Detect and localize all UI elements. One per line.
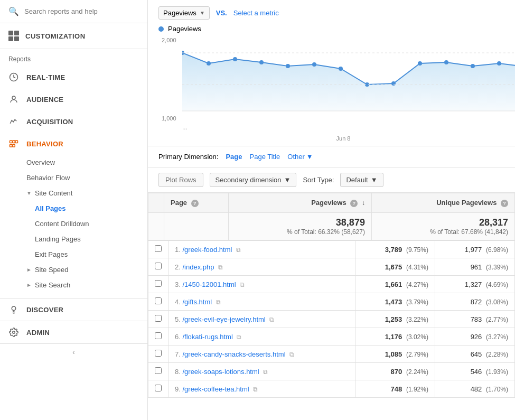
col-pageviews-header: Pageviews ? ↓ bbox=[228, 193, 371, 213]
page-help-icon[interactable]: ? bbox=[191, 200, 199, 207]
table-row: 9. /greek-coffee-tea.html ⧉ 748 (1.92%) … bbox=[148, 380, 515, 398]
copy-icon[interactable]: ⧉ bbox=[289, 351, 294, 358]
copy-icon[interactable]: ⧉ bbox=[263, 368, 268, 376]
secondary-dimension-button[interactable]: Secondary dimension ▼ bbox=[210, 173, 297, 187]
sidebar-search-bar[interactable]: 🔍 bbox=[0, 0, 147, 23]
copy-icon[interactable]: ⧉ bbox=[237, 333, 241, 341]
copy-icon[interactable]: ⧉ bbox=[218, 264, 223, 271]
svg-rect-5 bbox=[10, 145, 13, 147]
table-row: 6. /flokati-rugs.html ⧉ 1,176 (3.02%) 92… bbox=[148, 328, 515, 346]
sidebar-sub-site-speed[interactable]: ► Site Speed bbox=[0, 262, 147, 277]
dim-page-link[interactable]: Page bbox=[226, 153, 242, 161]
metric-selector[interactable]: Pageviews ▼ bbox=[158, 6, 210, 20]
other-dropdown-arrow: ▼ bbox=[306, 153, 313, 161]
table-row: 8. /greek-soaps-lotions.html ⧉ 870 (2.24… bbox=[148, 363, 515, 380]
select-metric-link[interactable]: Select a metric bbox=[233, 9, 279, 17]
row-unique-cell: 1,327 (4.69%) bbox=[435, 276, 514, 293]
row-checkbox[interactable] bbox=[155, 297, 162, 304]
svg-point-14 bbox=[259, 60, 264, 64]
reports-section-label: Reports bbox=[0, 49, 147, 66]
sidebar-sub-site-content[interactable]: ▼ Site Content bbox=[0, 185, 147, 201]
dim-page-title-link[interactable]: Page Title bbox=[250, 153, 280, 161]
sidebar-item-acquisition[interactable]: ACQUISITION bbox=[0, 110, 147, 133]
row-pageviews-cell: 1,176 (3.02%) bbox=[355, 328, 435, 346]
site-speed-label: Site Speed bbox=[35, 266, 69, 274]
sidebar-item-audience[interactable]: AUDIENCE bbox=[0, 88, 147, 110]
admin-label: ADMIN bbox=[26, 329, 50, 337]
page-link[interactable]: /greek-food.html bbox=[182, 246, 232, 254]
pageviews-help-icon[interactable]: ? bbox=[350, 200, 358, 207]
pageviews-value: 1,661 bbox=[385, 281, 402, 288]
svg-point-13 bbox=[233, 57, 237, 61]
svg-point-9 bbox=[13, 331, 15, 334]
customization-label: CUSTOMIZATION bbox=[25, 32, 86, 40]
row-checkbox[interactable] bbox=[155, 263, 162, 269]
page-link[interactable]: /gifts.html bbox=[182, 298, 212, 306]
discover-label: DISCOVER bbox=[26, 306, 63, 314]
col-unique-header: Unique Pageviews ? bbox=[371, 193, 514, 213]
sidebar-sub-landing-pages[interactable]: Landing Pages bbox=[0, 231, 147, 247]
pageviews-value: 870 bbox=[391, 368, 402, 376]
row-number: 4. bbox=[175, 298, 181, 306]
page-link[interactable]: /flokati-rugs.html bbox=[182, 333, 232, 341]
chart-dots-label: ... bbox=[158, 124, 504, 134]
row-unique-cell: 645 (2.28%) bbox=[435, 346, 514, 363]
sidebar-sub-exit-pages[interactable]: Exit Pages bbox=[0, 247, 147, 262]
row-checkbox[interactable] bbox=[155, 385, 162, 391]
sidebar-collapse-button[interactable]: ‹ bbox=[0, 343, 147, 360]
row-checkbox[interactable] bbox=[155, 280, 162, 287]
page-link[interactable]: /index.php bbox=[182, 263, 214, 271]
sort-default-button[interactable]: Default ▼ bbox=[340, 173, 383, 187]
copy-icon[interactable]: ⧉ bbox=[253, 386, 258, 393]
sidebar-item-admin[interactable]: ADMIN bbox=[0, 321, 147, 343]
sidebar-item-realtime[interactable]: REAL-TIME bbox=[0, 66, 147, 88]
chart-area: Pageviews ▼ VS. Select a metric Pageview… bbox=[148, 0, 515, 146]
pageviews-value: 1,176 bbox=[385, 333, 402, 341]
page-link[interactable]: /greek-evil-eye-jewelry.html bbox=[182, 315, 265, 323]
audience-label: AUDIENCE bbox=[26, 96, 63, 104]
row-number: 9. bbox=[175, 385, 181, 393]
plot-rows-button[interactable]: Plot Rows bbox=[158, 173, 203, 187]
page-link[interactable]: /greek-candy-snacks-deserts.html bbox=[182, 350, 285, 358]
pageviews-pct: (9.75%) bbox=[406, 246, 428, 254]
other-dropdown[interactable]: Other ▼ bbox=[287, 153, 313, 161]
sidebar-sub-overview[interactable]: Overview bbox=[0, 155, 147, 170]
sidebar-sub-behavior-flow[interactable]: Behavior Flow bbox=[0, 170, 147, 185]
svg-rect-2 bbox=[10, 141, 13, 143]
copy-icon[interactable]: ⧉ bbox=[236, 246, 241, 254]
customization-nav-item[interactable]: CUSTOMIZATION bbox=[0, 23, 147, 49]
row-checkbox[interactable] bbox=[155, 350, 162, 357]
unique-help-icon[interactable]: ? bbox=[501, 200, 508, 207]
row-number: 2. bbox=[175, 263, 181, 271]
row-pageviews-cell: 1,253 (3.22%) bbox=[355, 311, 435, 328]
page-link[interactable]: /greek-coffee-tea.html bbox=[182, 385, 249, 393]
row-checkbox[interactable] bbox=[155, 315, 162, 322]
clock-icon bbox=[8, 72, 19, 82]
pageviews-pct: (2.79%) bbox=[406, 351, 428, 358]
search-input[interactable] bbox=[24, 7, 139, 15]
copy-icon[interactable]: ⧉ bbox=[216, 298, 221, 306]
y-label-top: 2,000 bbox=[162, 37, 176, 43]
other-label: Other bbox=[287, 153, 305, 161]
sidebar-item-discover[interactable]: DISCOVER bbox=[0, 298, 147, 321]
svg-point-15 bbox=[286, 64, 290, 68]
sidebar-item-behavior[interactable]: BEHAVIOR bbox=[0, 133, 147, 155]
unique-pct: (1.70%) bbox=[486, 386, 508, 393]
svg-point-17 bbox=[339, 67, 343, 71]
page-link[interactable]: /1450-12001.html bbox=[182, 281, 236, 288]
main-content: Pageviews ▼ VS. Select a metric Pageview… bbox=[148, 0, 515, 420]
page-link[interactable]: /greek-soaps-lotions.html bbox=[182, 368, 259, 376]
sidebar-sub-all-pages[interactable]: All Pages bbox=[0, 201, 147, 216]
totals-row: 38,879 % of Total: 66.32% (58,627) 28,31… bbox=[148, 213, 515, 240]
unique-pct: (3.08%) bbox=[486, 298, 508, 306]
totals-label-cell bbox=[164, 213, 229, 240]
sidebar-sub-site-search[interactable]: ► Site Search bbox=[0, 277, 147, 293]
row-checkbox[interactable] bbox=[155, 245, 162, 252]
sort-dropdown-arrow: ▼ bbox=[371, 176, 378, 184]
copy-icon[interactable]: ⧉ bbox=[240, 281, 245, 288]
row-checkbox[interactable] bbox=[155, 367, 162, 374]
row-checkbox[interactable] bbox=[155, 332, 162, 339]
unique-pct: (4.69%) bbox=[486, 281, 508, 288]
copy-icon[interactable]: ⧉ bbox=[269, 316, 274, 323]
sidebar-sub-content-drilldown[interactable]: Content Drilldown bbox=[0, 216, 147, 231]
